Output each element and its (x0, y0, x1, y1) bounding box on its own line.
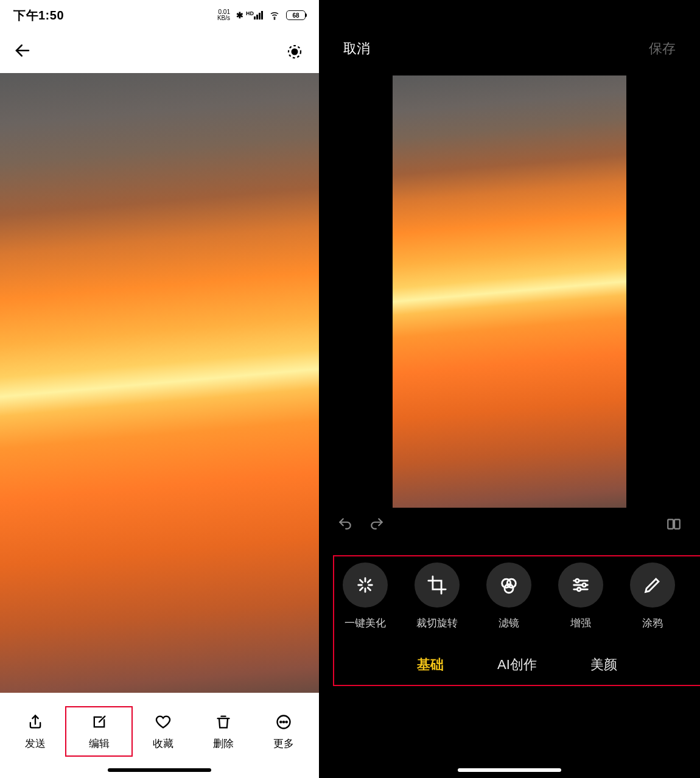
gallery-view-pane: 下午1:50 0.01 KB/s HD 68 (0, 0, 319, 778)
tab-basic[interactable]: 基础 (417, 656, 444, 674)
svg-point-5 (283, 721, 284, 722)
svg-rect-8 (674, 519, 680, 528)
battery-indicator: 68 (286, 10, 306, 20)
edit-label: 编辑 (89, 737, 110, 751)
svg-point-2 (292, 49, 298, 55)
tool-doodle[interactable]: 涂鸦 (630, 562, 675, 630)
editor-header: 取消 保存 (319, 0, 700, 73)
crop-icon (415, 562, 460, 608)
status-time: 下午1:50 (13, 7, 64, 24)
editor-pane: 取消 保存 一键美化 裁切旋 (319, 0, 700, 778)
share-icon (26, 712, 45, 732)
favorite-button[interactable]: 收藏 (133, 712, 193, 751)
redo-button[interactable] (369, 516, 385, 534)
home-indicator[interactable] (458, 768, 561, 772)
compare-button[interactable] (666, 516, 682, 534)
tool-auto-beautify[interactable]: 一键美化 (343, 562, 388, 630)
svg-point-13 (583, 583, 586, 587)
back-button[interactable] (13, 41, 32, 62)
delete-label: 删除 (213, 737, 234, 751)
status-indicators: 0.01 KB/s HD 68 (217, 9, 306, 21)
editor-canvas-area (319, 73, 700, 508)
edit-icon (89, 712, 109, 732)
tool-label: 增强 (570, 616, 591, 630)
heart-icon (153, 712, 173, 732)
status-bar: 下午1:50 0.01 KB/s HD 68 (0, 0, 319, 30)
tool-crop-rotate[interactable]: 裁切旋转 (415, 562, 460, 630)
editor-tabs: 基础 AI创作 美颜 (334, 656, 700, 674)
hd-indicator: HD (246, 10, 254, 16)
pencil-icon (630, 562, 675, 608)
tab-beauty[interactable]: 美颜 (590, 656, 617, 674)
photo-preview[interactable] (0, 73, 319, 693)
home-indicator[interactable] (108, 768, 211, 772)
svg-point-14 (577, 587, 581, 591)
svg-rect-7 (668, 519, 673, 528)
network-speed: 0.01 KB/s (217, 9, 230, 21)
undo-redo-bar (319, 508, 700, 534)
bluetooth-icon (236, 10, 243, 20)
tool-filter[interactable]: 滤镜 (486, 562, 531, 630)
tab-ai-create[interactable]: AI创作 (497, 656, 537, 674)
wifi-icon (269, 10, 280, 21)
top-bar (0, 30, 319, 73)
tool-label: 裁切旋转 (416, 616, 458, 630)
send-button[interactable]: 发送 (5, 712, 65, 751)
tool-row[interactable]: 一键美化 裁切旋转 滤镜 增强 (334, 562, 700, 630)
favorite-label: 收藏 (153, 737, 173, 751)
tool-label: 滤镜 (499, 616, 519, 630)
send-label: 发送 (25, 737, 46, 751)
lens-button[interactable] (284, 41, 306, 63)
tool-label: 涂鸦 (642, 616, 663, 630)
svg-point-12 (576, 579, 579, 583)
svg-point-4 (281, 721, 282, 722)
svg-point-11 (505, 584, 513, 593)
more-label: 更多 (273, 737, 294, 751)
delete-button[interactable]: 删除 (194, 712, 254, 751)
svg-point-6 (286, 721, 287, 722)
sparkle-icon (343, 562, 388, 608)
edit-button[interactable]: 编辑 (65, 706, 133, 757)
signal-icon (254, 11, 263, 19)
tool-label: 一键美化 (345, 616, 386, 630)
more-button[interactable]: 更多 (254, 712, 314, 751)
editor-tools-highlighted: 一键美化 裁切旋转 滤镜 增强 (333, 555, 700, 686)
filter-icon (486, 562, 531, 608)
tool-enhance[interactable]: 增强 (558, 562, 603, 630)
adjust-icon (558, 562, 603, 608)
trash-icon (214, 712, 233, 732)
svg-point-0 (274, 18, 275, 19)
bottom-action-bar: 发送 编辑 收藏 删除 更多 (0, 693, 319, 778)
more-icon (274, 712, 293, 732)
undo-button[interactable] (337, 516, 353, 534)
save-button[interactable]: 保存 (649, 40, 676, 58)
cancel-button[interactable]: 取消 (343, 40, 370, 58)
editor-photo-preview[interactable] (393, 75, 626, 508)
